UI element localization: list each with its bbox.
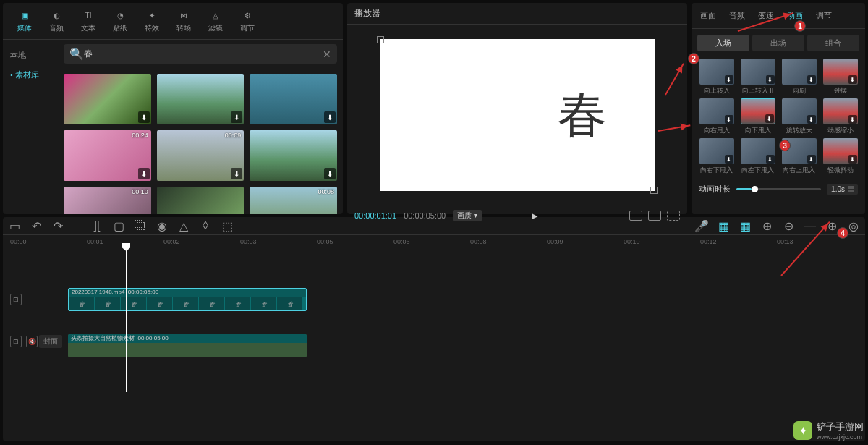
track-lock-icon[interactable]: ⊡ bbox=[10, 294, 22, 305]
duration-stepper[interactable] bbox=[848, 186, 854, 192]
top-tab-0[interactable]: ▣媒体 bbox=[9, 6, 41, 36]
animation-item[interactable]: ⬇向右上甩入 bbox=[780, 138, 818, 175]
duration-label: 动画时长 bbox=[699, 184, 731, 195]
preview-icon[interactable]: ⊕ bbox=[761, 220, 773, 232]
prop-tab-画面[interactable]: 画面 bbox=[694, 7, 722, 24]
subtab-0[interactable]: 入场 bbox=[697, 35, 749, 51]
download-icon[interactable]: ⬇ bbox=[231, 168, 242, 179]
track-main[interactable]: ⊡ 20220317 1948.mp4 00:00:05:00 春春春春春春春春… bbox=[68, 286, 865, 313]
playhead[interactable] bbox=[126, 247, 127, 392]
download-icon[interactable]: ⬇ bbox=[725, 115, 733, 124]
download-icon[interactable]: ⬇ bbox=[848, 75, 857, 84]
media-item[interactable]: ⬇ bbox=[157, 187, 244, 214]
search-box[interactable]: 🔍 ✕ bbox=[64, 44, 337, 64]
top-tab-7[interactable]: ⚙调节 bbox=[231, 6, 263, 36]
prop-tab-调节[interactable]: 调节 bbox=[810, 7, 838, 24]
track-hide-icon[interactable]: 🔇 bbox=[26, 336, 38, 347]
mic-icon[interactable]: 🎤 bbox=[696, 220, 707, 232]
delete-tool[interactable]: ▢ bbox=[113, 220, 124, 232]
track-sub[interactable]: ⊡ 🔇 封面 头条拍摄大自然植物素材 00:00:05:00 bbox=[68, 328, 865, 355]
select-tool[interactable]: ▭ bbox=[9, 220, 20, 232]
animation-item[interactable]: ⬇轻微抖动 bbox=[821, 138, 859, 175]
download-icon[interactable]: ⬇ bbox=[725, 155, 733, 164]
timeline-tracks[interactable]: ⊡ 20220317 1948.mp4 00:00:05:00 春春春春春春春春… bbox=[3, 250, 865, 441]
top-tab-2[interactable]: TI文本 bbox=[72, 6, 104, 36]
zoom-slider[interactable]: — bbox=[804, 220, 816, 232]
animation-item[interactable]: ⬇动感缩小 bbox=[821, 98, 859, 135]
cover-label[interactable]: 封面 bbox=[39, 335, 62, 348]
animation-item[interactable]: ⬇向左下甩入 bbox=[739, 138, 777, 175]
mirror-tool[interactable]: ◊ bbox=[200, 220, 211, 232]
media-item[interactable]: ⬇ bbox=[250, 74, 337, 124]
search-clear-icon[interactable]: ✕ bbox=[323, 48, 331, 60]
player-canvas[interactable]: 春 bbox=[347, 25, 687, 205]
fit-icon[interactable]: ◎ bbox=[848, 220, 859, 232]
watermark-icon: ✦ bbox=[793, 421, 812, 440]
animation-item[interactable]: ⬇向上转入 II bbox=[739, 59, 777, 96]
clip-main[interactable]: 20220317 1948.mp4 00:00:05:00 春春春春春春春春春 bbox=[68, 288, 307, 311]
top-tab-1[interactable]: ◐音频 bbox=[41, 6, 72, 36]
magnet-icon[interactable]: ▦ bbox=[718, 220, 729, 232]
animation-item[interactable]: ⬇旋转放大 bbox=[780, 98, 818, 135]
top-tab-4[interactable]: ✦特效 bbox=[136, 6, 168, 36]
animation-duration-row: 动画时长 1.0s bbox=[692, 179, 865, 199]
download-icon[interactable]: ⬇ bbox=[848, 155, 857, 164]
media-item[interactable]: 00:08⬇ bbox=[250, 187, 337, 214]
search-input[interactable] bbox=[84, 49, 323, 59]
video-preview: 春 bbox=[380, 39, 655, 191]
reverse-tool[interactable]: △ bbox=[178, 220, 190, 232]
animation-item[interactable]: ⬇向右下甩入 bbox=[697, 138, 736, 175]
top-tab-6[interactable]: ◬滤镜 bbox=[200, 6, 231, 36]
duration-slider[interactable] bbox=[736, 188, 821, 190]
top-tab-3[interactable]: ◔贴纸 bbox=[104, 6, 136, 36]
download-icon[interactable]: ⬇ bbox=[324, 111, 336, 123]
subtab-2[interactable]: 组合 bbox=[807, 35, 859, 51]
download-icon[interactable]: ⬇ bbox=[807, 75, 816, 84]
side-nav-item[interactable]: 本地 bbox=[3, 46, 58, 65]
download-icon[interactable]: ⬇ bbox=[725, 75, 733, 84]
animation-item[interactable]: ⬇向右甩入 bbox=[697, 98, 736, 135]
prop-tab-音频[interactable]: 音频 bbox=[723, 7, 751, 24]
crop-tool[interactable]: ⬚ bbox=[221, 220, 233, 232]
media-item[interactable]: ⬇ bbox=[157, 74, 244, 124]
copy-tool[interactable]: ⿻ bbox=[135, 220, 146, 232]
download-icon[interactable]: ⬇ bbox=[766, 75, 775, 84]
subtab-1[interactable]: 出场 bbox=[752, 35, 804, 51]
search-icon: 🔍 bbox=[69, 47, 84, 61]
download-icon[interactable]: ⬇ bbox=[138, 168, 150, 179]
track-mute-icon[interactable]: ⊡ bbox=[10, 336, 22, 347]
download-icon[interactable]: ⬇ bbox=[807, 155, 816, 164]
download-icon[interactable]: ⬇ bbox=[807, 115, 816, 124]
side-nav-item[interactable]: • 素材库 bbox=[3, 65, 58, 85]
media-item[interactable]: 00:24⬇ bbox=[64, 130, 151, 181]
speed-tool[interactable]: ◉ bbox=[156, 220, 168, 232]
download-icon[interactable]: ⬇ bbox=[138, 111, 150, 123]
undo-icon[interactable]: ↶ bbox=[30, 220, 42, 232]
download-icon[interactable]: ⬇ bbox=[848, 115, 857, 124]
download-icon[interactable]: ⬇ bbox=[324, 168, 336, 179]
animation-item[interactable]: ⬇雨刷 bbox=[780, 59, 818, 96]
timeline-ruler[interactable]: 00:0000:0100:0200:0300:0500:0600:0800:09… bbox=[3, 235, 865, 250]
media-panel: ▣媒体◐音频TI文本◔贴纸✦特效⋈转场◬滤镜⚙调节 本地• 素材库 🔍 ✕ ⬇⬇… bbox=[3, 3, 343, 214]
redo-icon[interactable]: ↷ bbox=[52, 220, 64, 232]
split-tool[interactable]: ][ bbox=[91, 220, 103, 232]
download-icon[interactable]: ⬇ bbox=[766, 155, 775, 164]
zoom-out-icon[interactable]: ⊖ bbox=[783, 220, 794, 232]
timeline-panel: ▭ ↶ ↷ ][ ▢ ⿻ ◉ △ ◊ ⬚ 🎤 ▦ ▦ ⊕ ⊖ — ⊕ ◎ 00:… bbox=[3, 217, 865, 441]
media-item[interactable]: ⬇ bbox=[64, 74, 151, 124]
media-item[interactable]: 00:10⬇ bbox=[64, 187, 151, 214]
media-top-tabs: ▣媒体◐音频TI文本◔贴纸✦特效⋈转场◬滤镜⚙调节 bbox=[3, 3, 343, 40]
top-tab-5[interactable]: ⋈转场 bbox=[168, 6, 200, 36]
download-icon[interactable]: ⬇ bbox=[231, 111, 242, 123]
animation-item[interactable]: ⬇向下甩入 bbox=[739, 98, 777, 135]
media-item[interactable]: 00:09⬇ bbox=[157, 130, 244, 181]
animation-item[interactable]: ⬇钟摆 bbox=[821, 59, 859, 96]
clip-sub[interactable]: 头条拍摄大自然植物素材 00:00:05:00 bbox=[68, 334, 307, 357]
slider-thumb[interactable] bbox=[752, 186, 758, 192]
animation-subtabs: 入场出场组合 bbox=[692, 29, 865, 54]
animation-item[interactable]: ⬇向上转入 bbox=[697, 59, 736, 96]
download-icon[interactable]: ⬇ bbox=[765, 114, 774, 123]
duration-value[interactable]: 1.0s bbox=[827, 184, 858, 195]
link-icon[interactable]: ▦ bbox=[739, 220, 751, 232]
media-item[interactable]: ⬇ bbox=[250, 130, 337, 181]
